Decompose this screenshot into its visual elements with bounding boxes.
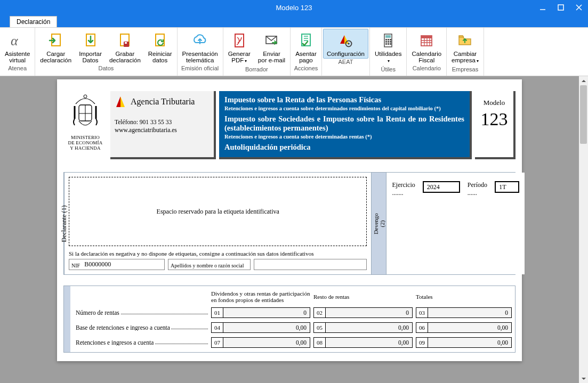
svg-rect-17 [390, 39, 391, 40]
ribbon-group-title: Empresas [448, 66, 482, 74]
aeat-logo-icon [115, 94, 127, 109]
cell-06[interactable]: 060,00 [416, 322, 512, 333]
ribbon-group-title: Atenea [1, 65, 34, 72]
ribbon-tabstrip: Declaración [0, 15, 588, 27]
ribbon: α Asistente virtual Atenea Cargar declar… [0, 27, 588, 76]
periodo-value-box[interactable]: 1T [495, 181, 519, 193]
row-label: Número de rentas [76, 309, 208, 316]
razon-social-field-wrapper: Apellidos y nombre o razón social [168, 259, 251, 270]
svg-text:α: α [11, 33, 19, 48]
document-check-icon [295, 30, 317, 51]
liquidacion-side [64, 286, 70, 352]
calculator-icon [377, 30, 399, 51]
svg-rect-21 [385, 43, 387, 45]
declarante-section: Declarante (1) Espacio reservado para la… [63, 172, 515, 275]
cell-09[interactable]: 090,00 [416, 337, 512, 348]
asistente-virtual-button[interactable]: α Asistente virtual [1, 29, 34, 65]
col-head-resto: Resto de rentas [313, 294, 413, 300]
svg-rect-14 [385, 35, 391, 38]
cell-02[interactable]: 020 [313, 307, 413, 318]
declarante-side-label: Declarante (1) [64, 173, 65, 274]
svg-rect-6 [125, 42, 127, 44]
nif-field-wrapper: NIF [69, 259, 165, 270]
ribbon-group-title: Emisión oficial [179, 65, 222, 72]
form-page: MINISTERIO DE ECONOMÍA Y HACIENDA Agenci… [57, 79, 522, 361]
svg-rect-23 [390, 43, 391, 45]
scroll-down-button[interactable] [579, 374, 588, 383]
cell-04[interactable]: 040,00 [211, 322, 310, 333]
ribbon-group-aeat: Configuración AEAT [322, 28, 370, 76]
configuracion-button[interactable]: Configuración [323, 29, 368, 59]
agencia-title: Agencia Tributaria [131, 97, 195, 107]
importar-datos-button[interactable]: Importar Datos [75, 29, 106, 65]
extra-empty-input[interactable] [254, 259, 366, 270]
liquidacion-section: Dividendos y otras rentas de participaci… [63, 286, 515, 353]
ribbon-group-atenea: α Asistente virtual Atenea [0, 28, 35, 76]
impuesto-description-block: Impuesto sobre la Renta de las Personas … [219, 91, 472, 159]
envelope-icon [261, 30, 282, 51]
generar-pdf-button[interactable]: Generar PDF▾ [224, 29, 254, 66]
ejercicio-label: Ejercicio ....... [392, 181, 415, 197]
col-head-totales: Totales [416, 294, 512, 300]
etiqueta-placeholder: Espacio reservado para la etiqueta ident… [69, 177, 367, 246]
ribbon-group-emision: Presentación telemática Emisión oficial [178, 28, 223, 76]
enviar-email-button[interactable]: Enviar por e-mail [254, 29, 289, 65]
asentar-pago-button[interactable]: Asentar pago [292, 29, 320, 65]
document-canvas[interactable]: MINISTERIO DE ECONOMÍA Y HACIENDA Agenci… [0, 76, 579, 382]
modelo-block: Modelo 123 [475, 91, 515, 159]
scroll-track[interactable] [579, 85, 588, 374]
agencia-block: Agencia Tributaria Teléfono: 901 33 55 3… [110, 91, 216, 159]
ministerio-text: MINISTERIO DE ECONOMÍA Y HACIENDA [63, 135, 107, 151]
document-arrow-in-icon [80, 30, 101, 51]
ribbon-group-title: Borrador [224, 66, 289, 74]
svg-point-27 [84, 95, 87, 98]
ejercicio-value-box[interactable]: 2024 [423, 181, 460, 193]
scroll-thumb[interactable] [580, 85, 587, 144]
declarante-note: Si la declaración es negativa y no dispo… [69, 250, 367, 257]
title-bar: Modelo 123 [0, 0, 588, 15]
cell-08[interactable]: 080,00 [313, 337, 413, 348]
reiniciar-datos-button[interactable]: Reiniciar datos [144, 29, 176, 65]
form-header: MINISTERIO DE ECONOMÍA Y HACIENDA Agenci… [63, 91, 515, 159]
extra-empty-field[interactable] [254, 259, 367, 270]
ribbon-group-utiles: Utilidades▾ Útiles [370, 28, 407, 76]
scroll-up-button[interactable] [579, 76, 588, 85]
cell-03[interactable]: 030 [416, 307, 512, 318]
grabar-declaracion-button[interactable]: Grabar declaración [106, 29, 144, 65]
svg-rect-25 [421, 36, 432, 38]
close-button[interactable] [570, 0, 588, 15]
cargar-declaracion-button[interactable]: Cargar declaración [36, 29, 75, 65]
cell-01[interactable]: 010 [211, 307, 310, 318]
cell-05[interactable]: 050,00 [313, 322, 413, 333]
maximize-button[interactable] [552, 0, 570, 15]
ribbon-group-acciones: Asentar pago Acciones [291, 28, 322, 76]
row-label: Base de retenciones e ingreso a cuenta [76, 324, 208, 331]
utilidades-button[interactable]: Utilidades▾ [371, 29, 406, 66]
calendario-fiscal-button[interactable]: Calendario Fiscal [408, 29, 445, 65]
vertical-scrollbar[interactable] [579, 76, 588, 383]
calc-grid: Dividendos y otras rentas de participaci… [76, 290, 512, 348]
spanish-crest-icon [69, 91, 101, 133]
ribbon-group-title: Datos [36, 65, 175, 72]
nif-input[interactable] [82, 259, 164, 270]
document-refresh-icon [149, 30, 171, 51]
row-label: Retenciones e ingresos a cuenta [76, 339, 208, 346]
window-title: Modelo 123 [276, 4, 312, 12]
minimize-button[interactable] [534, 0, 552, 15]
alpha-icon: α [7, 30, 28, 51]
cloud-upload-icon [189, 30, 211, 51]
svg-rect-18 [385, 41, 387, 43]
cell-07[interactable]: 070,00 [211, 337, 310, 348]
ribbon-group-title: Calendario [408, 65, 445, 72]
cambiar-empresa-button[interactable]: Cambiar empresa▾ [448, 29, 482, 66]
svg-rect-20 [390, 41, 391, 43]
razon-social-input[interactable] [246, 259, 250, 270]
svg-point-12 [348, 43, 350, 45]
col-head-dividendos: Dividendos y otras rentas de participaci… [211, 290, 310, 303]
svg-rect-16 [388, 39, 389, 40]
tab-declaracion[interactable]: Declaración [10, 16, 57, 27]
razon-social-label: Apellidos y nombre o razón social [168, 261, 246, 268]
ribbon-group-title: Acciones [292, 65, 320, 72]
presentacion-telematica-button[interactable]: Presentación telemática [179, 29, 222, 65]
agencia-web: www.agenciatributaria.es [115, 127, 210, 133]
